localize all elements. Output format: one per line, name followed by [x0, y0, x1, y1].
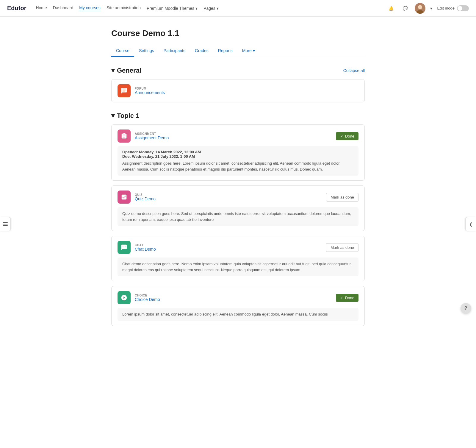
opened-label: Opened: [122, 150, 138, 154]
forum-type-label: FORUM [135, 87, 165, 90]
assignment-left: ASSIGNMENT Assignment Demo [118, 129, 169, 143]
collapse-all-button[interactable]: Collapse all [343, 68, 365, 73]
nav-right: 🔔 💬 ▾ Edit mode [386, 3, 469, 14]
assignment-done-button[interactable]: ✓ Done [336, 132, 358, 140]
quiz-info: QUIZ Quiz Demo [135, 193, 156, 201]
general-title: ▾ General [111, 67, 141, 74]
assignment-body: Opened: Monday, 14 March 2022, 12:00 AM … [118, 146, 358, 176]
notifications-icon[interactable]: 🔔 [386, 4, 396, 13]
tab-more[interactable]: More ▾ [237, 45, 260, 57]
avatar-dropdown-icon[interactable]: ▾ [430, 6, 432, 11]
assignment-card: ASSIGNMENT Assignment Demo ✓ Done Opened… [111, 124, 365, 181]
quiz-description: Quiz demo description goes here. Sed ut … [122, 211, 354, 222]
chat-card: CHAT Chat Demo Mark as done Chat demo de… [111, 236, 365, 281]
due-label: Due: [122, 154, 131, 159]
chat-body: Chat demo description goes here. Nemo en… [118, 257, 358, 276]
assignment-type-label: ASSIGNMENT [135, 132, 169, 135]
nav-my-courses[interactable]: My courses [79, 5, 101, 11]
tab-settings[interactable]: Settings [134, 45, 159, 57]
chat-mark-button[interactable]: Mark as done [326, 243, 358, 252]
chat-name-link[interactable]: Chat Demo [135, 247, 156, 252]
assignment-icon [118, 129, 131, 143]
general-chevron-icon[interactable]: ▾ [111, 67, 115, 74]
quiz-svg-icon [121, 194, 127, 200]
tab-participants[interactable]: Participants [159, 45, 190, 57]
svg-rect-4 [3, 224, 8, 224]
sidebar-toggle-right[interactable]: ❮ [465, 217, 476, 231]
opened-value: Monday, 14 March 2022, 12:00 AM [139, 150, 201, 154]
dropdown-chevron-icon-pages: ▾ [217, 6, 219, 11]
choice-svg-icon [121, 294, 127, 301]
assignment-name-link[interactable]: Assignment Demo [135, 135, 169, 140]
choice-description: Lorem ipsum dolor sit amet, consectetuer… [122, 311, 354, 317]
chat-info: CHAT Chat Demo [135, 243, 156, 252]
menu-icon [3, 222, 8, 227]
assignment-dates: Opened: Monday, 14 March 2022, 12:00 AM … [122, 150, 354, 159]
svg-rect-3 [3, 222, 8, 223]
choice-done-button[interactable]: ✓ Done [336, 294, 358, 302]
chevron-left-icon: ❮ [469, 222, 473, 227]
choice-type-label: CHOICE [135, 294, 160, 297]
tab-course[interactable]: Course [111, 45, 134, 57]
svg-rect-5 [3, 225, 8, 226]
choice-left: CHOICE Choice Demo [118, 291, 160, 304]
toggle-knob [458, 6, 462, 11]
nav-home[interactable]: Home [36, 5, 47, 11]
edit-mode-label: Edit mode [437, 6, 455, 10]
chat-header: CHAT Chat Demo Mark as done [118, 241, 358, 254]
quiz-card: QUIZ Quiz Demo Mark as done Quiz demo de… [111, 185, 365, 231]
quiz-type-label: QUIZ [135, 193, 156, 196]
edit-mode-toggle: Edit mode [437, 5, 469, 11]
choice-check-icon: ✓ [340, 296, 343, 300]
quiz-icon [118, 191, 131, 204]
choice-header: CHOICE Choice Demo ✓ Done [118, 291, 358, 304]
announcements-link[interactable]: Announcements [135, 90, 165, 95]
sidebar-toggle-left[interactable] [0, 217, 11, 231]
nav-premium-themes[interactable]: Premium Moodle Themes ▾ [147, 5, 198, 11]
tab-reports[interactable]: Reports [213, 45, 237, 57]
forum-info: FORUM Announcements [135, 87, 165, 95]
choice-info: CHOICE Choice Demo [135, 294, 160, 302]
messages-icon[interactable]: 💬 [400, 4, 410, 13]
topic1-section: ▾ Topic 1 ASSIGNMENT Assignment Demo [111, 112, 365, 326]
tab-grades[interactable]: Grades [190, 45, 213, 57]
quiz-left: QUIZ Quiz Demo [118, 191, 156, 204]
announcements-card: FORUM Announcements [111, 79, 365, 102]
chat-icon [118, 241, 131, 254]
topic1-section-header: ▾ Topic 1 [111, 112, 365, 120]
nav-dashboard[interactable]: Dashboard [53, 5, 73, 11]
avatar[interactable] [415, 3, 425, 14]
assignment-info: ASSIGNMENT Assignment Demo [135, 132, 169, 140]
choice-icon [118, 291, 131, 304]
edit-mode-switch[interactable] [457, 5, 469, 11]
logo: Edutor [7, 5, 26, 12]
top-navigation: Edutor Home Dashboard My courses Site ad… [0, 0, 476, 17]
svg-point-1 [418, 5, 422, 9]
chat-svg-icon [121, 244, 127, 251]
assignment-svg-icon [121, 133, 127, 139]
page-title: Course Demo 1.1 [111, 29, 365, 38]
general-section: ▾ General Collapse all FORUM Announcemen… [111, 67, 365, 102]
course-tabs: Course Settings Participants Grades Repo… [111, 45, 365, 57]
nav-pages[interactable]: Pages ▾ [203, 5, 219, 11]
quiz-name-link[interactable]: Quiz Demo [135, 196, 156, 201]
nav-site-admin[interactable]: Site administration [107, 5, 141, 11]
choice-card: CHOICE Choice Demo ✓ Done Lorem ipsum do… [111, 286, 365, 326]
topic1-title: ▾ Topic 1 [111, 112, 139, 120]
chat-type-label: CHAT [135, 243, 156, 247]
choice-name-link[interactable]: Choice Demo [135, 297, 160, 302]
quiz-mark-button[interactable]: Mark as done [326, 193, 358, 202]
general-section-header: ▾ General Collapse all [111, 67, 365, 74]
topic1-chevron-icon[interactable]: ▾ [111, 112, 115, 120]
quiz-header: QUIZ Quiz Demo Mark as done [118, 191, 358, 204]
chat-left: CHAT Chat Demo [118, 241, 156, 254]
check-icon: ✓ [340, 134, 343, 138]
nav-links: Home Dashboard My courses Site administr… [36, 5, 386, 11]
help-button[interactable]: ? [461, 303, 471, 314]
assignment-header: ASSIGNMENT Assignment Demo ✓ Done [118, 129, 358, 143]
quiz-body: Quiz demo description goes here. Sed ut … [118, 207, 358, 226]
assignment-description: Assignment description goes here. Lorem … [122, 160, 354, 172]
choice-body: Lorem ipsum dolor sit amet, consectetuer… [118, 308, 358, 321]
main-content: Course Demo 1.1 Course Settings Particip… [104, 17, 372, 355]
forum-icon [118, 84, 131, 97]
